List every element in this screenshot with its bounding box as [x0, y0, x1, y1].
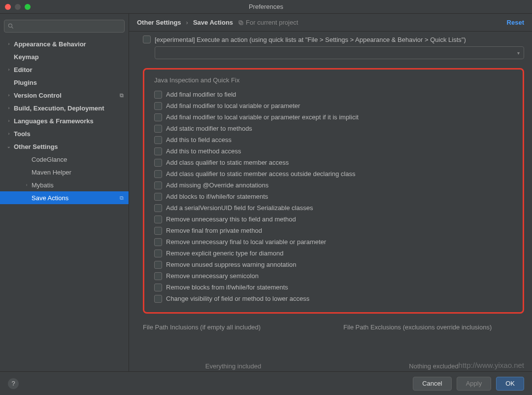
option-row: Change visibility of field or method to … — [154, 293, 513, 304]
tree-item-label: Other Settings — [14, 143, 58, 150]
quicklist-dropdown[interactable]: ▾ — [155, 46, 524, 59]
tree-item-label: Tools — [14, 130, 31, 138]
search-input[interactable] — [16, 23, 121, 30]
cancel-button[interactable]: Cancel — [413, 377, 451, 391]
ok-button[interactable]: OK — [496, 377, 524, 391]
tree-item-appearance-behavior[interactable]: ›Appearance & Behavior — [0, 37, 129, 50]
option-label: Add class qualifier to static member acc… — [166, 170, 355, 178]
option-row: Add class qualifier to static member acc… — [154, 168, 513, 180]
option-checkbox[interactable] — [154, 193, 162, 201]
option-row: Add final modifier to field — [154, 89, 513, 100]
tree-item-label: Mybatis — [32, 181, 54, 189]
tree-item-editor[interactable]: ›Editor — [0, 63, 129, 76]
svg-rect-2 — [240, 22, 243, 25]
option-checkbox[interactable] — [154, 125, 162, 133]
tree-item-keymap[interactable]: Keymap — [0, 50, 129, 63]
option-checkbox[interactable] — [154, 147, 162, 155]
chevron-icon: › — [24, 182, 30, 187]
for-current-project: For current project — [238, 19, 298, 26]
java-inspection-group: Java Inspection and Quick Fix Add final … — [143, 68, 524, 314]
option-checkbox[interactable] — [154, 227, 162, 235]
option-checkbox[interactable] — [154, 181, 162, 189]
option-checkbox[interactable] — [154, 295, 162, 303]
close-window-button[interactable] — [5, 4, 11, 10]
option-label: Add this to method access — [166, 147, 241, 155]
option-row: Remove unnecessary semicolon — [154, 270, 513, 282]
option-label: Add final modifier to local variable or … — [166, 113, 359, 121]
maximize-window-button[interactable] — [25, 4, 31, 10]
option-checkbox[interactable] — [154, 113, 162, 121]
chevron-down-icon: ▾ — [517, 50, 520, 56]
tree-item-mybatis[interactable]: ›Mybatis — [0, 179, 129, 191]
tree-item-label: Plugins — [14, 79, 37, 86]
option-label: Add class qualifier to static member acc… — [166, 159, 289, 166]
chevron-icon: › — [6, 41, 12, 46]
svg-line-1 — [12, 27, 13, 29]
option-row: Add class qualifier to static member acc… — [154, 157, 513, 168]
option-label: Add blocks to if/while/for statements — [166, 193, 268, 200]
tree-item-label: Languages & Frameworks — [14, 117, 94, 125]
chevron-icon: › — [6, 67, 12, 72]
option-row: Remove unused suppress warning annotatio… — [154, 259, 513, 270]
inclusions-empty: Everything included — [143, 362, 324, 370]
option-checkbox[interactable] — [154, 261, 162, 269]
option-checkbox[interactable] — [154, 204, 162, 212]
breadcrumb-current: Save Actions — [193, 19, 233, 26]
experimental-checkbox[interactable] — [143, 36, 151, 43]
option-checkbox[interactable] — [154, 136, 162, 144]
tree-item-other-settings[interactable]: ⌄Other Settings — [0, 140, 129, 153]
help-button[interactable]: ? — [8, 378, 19, 389]
tree-item-label: CodeGlance — [32, 156, 67, 163]
project-icon: ⧉ — [120, 92, 124, 99]
chevron-icon: › — [6, 131, 12, 136]
option-checkbox[interactable] — [154, 284, 162, 291]
search-icon — [7, 23, 14, 30]
copy-icon — [238, 20, 244, 26]
main-panel: Other Settings › Save Actions For curren… — [129, 14, 532, 371]
minimize-window-button[interactable] — [15, 4, 21, 10]
footer: ? Cancel Apply OK — [0, 371, 532, 395]
breadcrumb-parent[interactable]: Other Settings — [137, 19, 181, 26]
reset-link[interactable]: Reset — [507, 19, 524, 26]
tree-item-save-actions[interactable]: Save Actions⧉ — [0, 191, 129, 204]
option-label: Change visibility of field or method to … — [166, 295, 309, 302]
tree-item-plugins[interactable]: Plugins — [0, 76, 129, 89]
content-area: [experimental] Execute an action (using … — [129, 32, 532, 371]
window-title: Preferences — [249, 3, 283, 10]
option-label: Remove unnecessary this to field and met… — [166, 215, 296, 223]
svg-point-0 — [8, 24, 12, 27]
tree-item-languages-frameworks[interactable]: ›Languages & Frameworks — [0, 114, 129, 127]
group-title: Java Inspection and Quick Fix — [154, 76, 513, 84]
apply-button[interactable]: Apply — [457, 377, 492, 391]
chevron-icon: › — [6, 93, 12, 98]
option-checkbox[interactable] — [154, 250, 162, 257]
tree-item-build-execution-deployment[interactable]: ›Build, Execution, Deployment — [0, 102, 129, 114]
experimental-label: [experimental] Execute an action (using … — [155, 36, 466, 43]
option-row: Remove final from private method — [154, 225, 513, 236]
option-row: Add a serialVersionUID field for Seriali… — [154, 202, 513, 214]
chevron-icon: › — [6, 118, 12, 123]
exclusions-title: File Path Exclusions (exclusions overrid… — [343, 323, 524, 331]
option-checkbox[interactable] — [154, 238, 162, 246]
tree-item-codeglance[interactable]: CodeGlance — [0, 153, 129, 166]
project-icon: ⧉ — [120, 195, 124, 201]
option-checkbox[interactable] — [154, 170, 162, 178]
tree-item-version-control[interactable]: ›Version Control⧉ — [0, 89, 129, 102]
tree-item-maven-helper[interactable]: Maven Helper — [0, 166, 129, 179]
option-checkbox[interactable] — [154, 215, 162, 223]
option-label: Remove final from private method — [166, 227, 262, 234]
option-label: Add final modifier to local variable or … — [166, 102, 300, 109]
option-checkbox[interactable] — [154, 102, 162, 110]
inclusions-section: File Path Inclusions (if empty all inclu… — [143, 323, 524, 370]
option-checkbox[interactable] — [154, 91, 162, 99]
titlebar: Preferences — [0, 0, 532, 14]
option-checkbox[interactable] — [154, 272, 162, 280]
option-checkbox[interactable] — [154, 159, 162, 167]
option-row: Add this to field access — [154, 134, 513, 145]
tree-item-label: Save Actions — [32, 194, 68, 202]
search-box[interactable] — [4, 20, 125, 33]
option-label: Remove blocks from if/while/for statemen… — [166, 284, 288, 291]
chevron-icon: ⌄ — [6, 144, 12, 149]
tree-item-tools[interactable]: ›Tools — [0, 127, 129, 140]
exclusions-column: File Path Exclusions (exclusions overrid… — [343, 323, 524, 370]
